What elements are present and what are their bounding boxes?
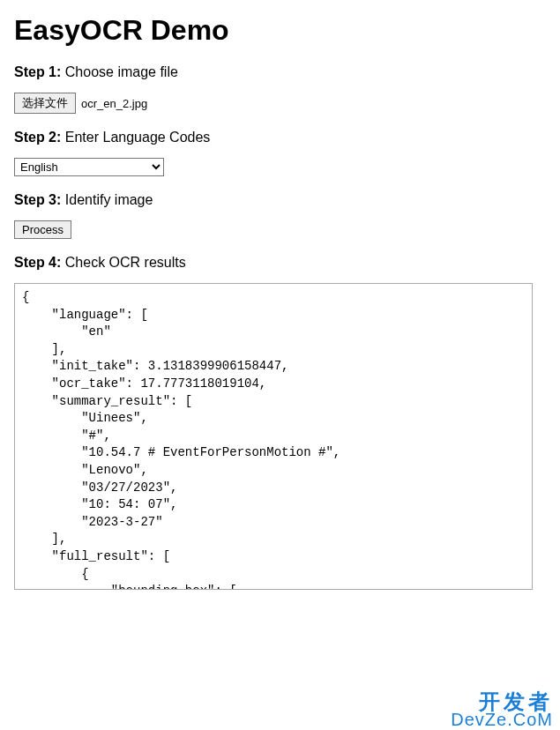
step1-label: Step 1: Choose image file — [14, 64, 546, 80]
page-title: EasyOCR Demo — [14, 14, 546, 47]
step3-text: Identify image — [65, 192, 153, 207]
step3-prefix: Step 3: — [14, 192, 61, 207]
step4-text: Check OCR results — [65, 255, 186, 270]
selected-filename: ocr_en_2.jpg — [81, 97, 147, 110]
step4-prefix: Step 4: — [14, 255, 61, 270]
ocr-results-output[interactable]: { "language": [ "en" ], "init_take": 3.1… — [14, 283, 533, 590]
process-button[interactable]: Process — [14, 220, 71, 239]
step2-prefix: Step 2: — [14, 130, 61, 145]
step2-label: Step 2: Enter Language Codes — [14, 130, 546, 145]
step1-prefix: Step 1: — [14, 64, 61, 79]
step3-label: Step 3: Identify image — [14, 192, 546, 208]
step4-label: Step 4: Check OCR results — [14, 255, 546, 271]
step2-text: Enter Language Codes — [65, 130, 211, 145]
choose-file-button[interactable]: 选择文件 — [14, 93, 76, 114]
step1-text: Choose image file — [65, 64, 178, 79]
language-select[interactable]: English — [14, 158, 164, 176]
file-input-row: 选择文件 ocr_en_2.jpg — [14, 93, 546, 114]
